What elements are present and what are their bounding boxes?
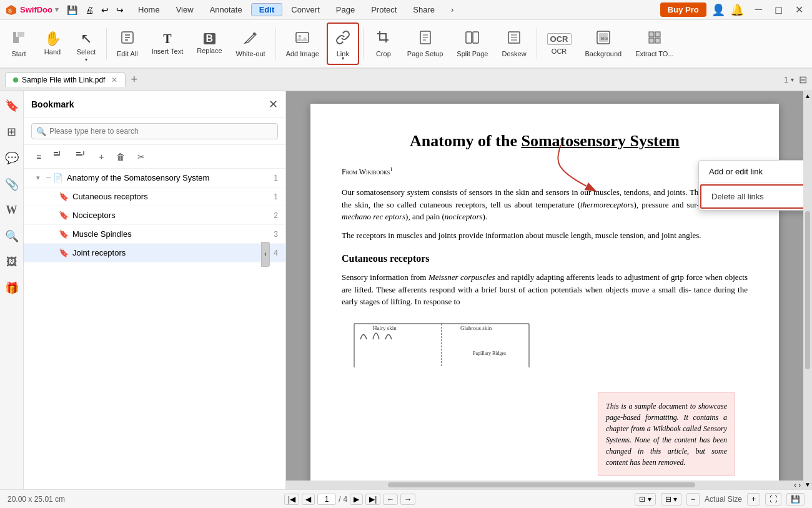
fit-options-button[interactable]: ⊡ ▾ <box>635 493 655 506</box>
bookmark-item-cutaneous[interactable]: 🔖 Cutaneous receptors 1 <box>24 187 285 206</box>
link-icon <box>335 30 350 47</box>
single-page-button[interactable]: ⊟ ▾ <box>661 493 681 506</box>
toolbar-deskew[interactable]: Deskew <box>495 22 532 65</box>
prev-view-button[interactable]: ← <box>383 494 398 505</box>
delete-all-links-option[interactable]: Delete all links <box>700 184 803 209</box>
left-image-icon[interactable]: 🖼 <box>2 253 21 271</box>
user-icon[interactable]: 👤 <box>711 3 725 17</box>
bm-list-icon[interactable]: ≡ <box>31 149 46 164</box>
page-input[interactable] <box>317 494 336 505</box>
toolbar-crop[interactable]: Crop <box>367 22 400 65</box>
left-word-icon[interactable]: W <box>2 201 21 219</box>
scroll-down-arrow[interactable]: ▼ <box>805 481 811 488</box>
bm-delete-icon[interactable]: 🗑 <box>111 149 130 164</box>
bookmark-search-input[interactable] <box>31 123 278 139</box>
next-view-button[interactable]: → <box>400 494 415 505</box>
editall-icon <box>120 30 135 47</box>
add-tab-button[interactable]: + <box>128 73 140 86</box>
buy-pro-button[interactable]: Buy Pro <box>660 2 706 17</box>
toolbar-background[interactable]: BG Background <box>579 22 628 65</box>
editall-label: Edit All <box>117 50 138 57</box>
bookmark-item-anatomy[interactable]: ▾ ─ 📄 Anatomy of the Somatosensory Syste… <box>24 169 285 187</box>
toolbar-select[interactable]: ↖ Select ▾ <box>70 22 102 65</box>
bookmark-item-jointreceptors[interactable]: 🔖 Joint receptors 4 <box>24 244 285 262</box>
print-icon[interactable]: 🖨 <box>82 4 97 16</box>
scroll-up-arrow[interactable]: ▲ <box>805 92 811 99</box>
scroll-left-arrow[interactable]: ‹ <box>794 482 796 489</box>
nav-home[interactable]: Home <box>131 3 167 16</box>
zoom-in-button[interactable]: + <box>747 493 760 506</box>
toolbar-ocr[interactable]: OCR OCR <box>541 22 578 65</box>
replace-label: Replace <box>197 47 222 54</box>
status-bar: 20.00 x 25.01 cm |◀ ◀ / 4 ▶ ▶| ← → ⊡ ▾ ⊟… <box>0 489 812 508</box>
undo-icon[interactable]: ↩ <box>98 4 112 16</box>
whiteout-label: White-out <box>236 50 265 57</box>
vertical-scrollbar[interactable]: ▲ ▼ <box>803 91 812 489</box>
toolbar: Start ✋ Hand ↖ Select ▾ Edit All T Inser… <box>0 20 812 69</box>
left-thumbnail-icon[interactable]: ⊞ <box>2 122 21 141</box>
expand-button[interactable]: ⊟ <box>799 74 807 86</box>
bookmark-close-button[interactable]: ✕ <box>269 97 278 111</box>
horizontal-scrollbar[interactable]: ‹ › <box>286 481 803 489</box>
nav-annotate[interactable]: Annotate <box>202 3 250 16</box>
toolbar-replace[interactable]: B Replace <box>191 22 228 65</box>
svg-rect-4 <box>17 32 24 37</box>
toolbar-pagesetup[interactable]: Page Setup <box>401 22 450 65</box>
nav-more[interactable]: › <box>443 3 461 16</box>
toolbar-extractto[interactable]: Extract TO... <box>629 22 680 65</box>
toolbar-whiteout[interactable]: White-out <box>230 22 272 65</box>
left-attachment-icon[interactable]: 📎 <box>2 175 21 194</box>
nav-share[interactable]: Share <box>405 3 442 16</box>
page-separator: / <box>339 495 340 504</box>
bm-add-button[interactable]: + <box>94 149 109 164</box>
save-icon[interactable]: 💾 <box>64 4 81 16</box>
svg-text:Glabrous skin: Glabrous skin <box>460 325 492 331</box>
bookmark-panel: Bookmark ✕ 🔍 ≡ + 🗑 ✂ ▾ ─ <box>24 91 286 489</box>
nav-protect[interactable]: Protect <box>364 3 404 16</box>
minimize-button[interactable]: ─ <box>751 2 766 17</box>
toolbar-link[interactable]: Link ▾ <box>327 22 359 65</box>
file-tab[interactable]: Sample File with Link.pdf ✕ <box>5 72 126 87</box>
nav-view[interactable]: View <box>169 3 201 16</box>
svg-point-9 <box>253 32 255 35</box>
nav-page[interactable]: Page <box>329 3 362 16</box>
pdf-scroll-area[interactable]: Anatomy of the Somatosensory System From… <box>286 91 803 481</box>
bm-musclespindles-page: 3 <box>274 230 278 239</box>
prev-page-button[interactable]: ◀ <box>302 494 315 505</box>
first-page-button[interactable]: |◀ <box>284 494 299 505</box>
bm-text2-icon[interactable] <box>71 149 91 164</box>
close-button[interactable]: ✕ <box>791 2 807 17</box>
scroll-right-arrow[interactable]: › <box>799 482 801 489</box>
fullscreen-button[interactable]: ⛶ <box>765 493 781 506</box>
hand-label: Hand <box>44 48 61 56</box>
redo-icon[interactable]: ↪ <box>113 4 127 16</box>
bm-cut-icon[interactable]: ✂ <box>132 149 150 164</box>
collapse-panel-button[interactable]: ‹ <box>261 242 270 267</box>
maximize-button[interactable]: ◻ <box>771 2 786 17</box>
toolbar-splitpage[interactable]: Split Page <box>450 22 494 65</box>
nav-edit[interactable]: Edit <box>251 3 283 16</box>
bm-text-icon[interactable] <box>49 149 69 164</box>
background-icon: BG <box>596 30 611 47</box>
left-gift-icon[interactable]: 🎁 <box>2 279 21 297</box>
tab-close-icon[interactable]: ✕ <box>111 76 117 84</box>
add-edit-link-option[interactable]: Add or edit link <box>699 161 803 183</box>
left-comment-icon[interactable]: 💬 <box>2 149 21 167</box>
last-page-button[interactable]: ▶| <box>365 494 380 505</box>
toolbar-editall[interactable]: Edit All <box>111 22 144 65</box>
svg-rect-31 <box>59 151 60 154</box>
next-page-button[interactable]: ▶ <box>350 494 363 505</box>
zoom-out-button[interactable]: − <box>686 493 700 506</box>
whiteout-icon <box>243 30 258 47</box>
toolbar-hand[interactable]: ✋ Hand <box>36 22 69 65</box>
bookmark-item-nociceptors[interactable]: 🔖 Nociceptors 2 <box>24 206 285 225</box>
nav-convert[interactable]: Convert <box>284 3 327 16</box>
save-status-button[interactable]: 💾 <box>786 493 805 506</box>
notification-icon[interactable]: 🔔 <box>730 3 744 17</box>
toolbar-addimage[interactable]: Add Image <box>280 22 325 65</box>
left-bookmark-icon[interactable]: 🔖 <box>2 96 21 115</box>
toolbar-start[interactable]: Start <box>2 22 35 65</box>
left-search-icon[interactable]: 🔍 <box>2 227 21 246</box>
toolbar-inserttext[interactable]: T Insert Text <box>146 22 190 65</box>
bookmark-item-musclespindles[interactable]: 🔖 Muscle Spindles 3 <box>24 225 285 244</box>
